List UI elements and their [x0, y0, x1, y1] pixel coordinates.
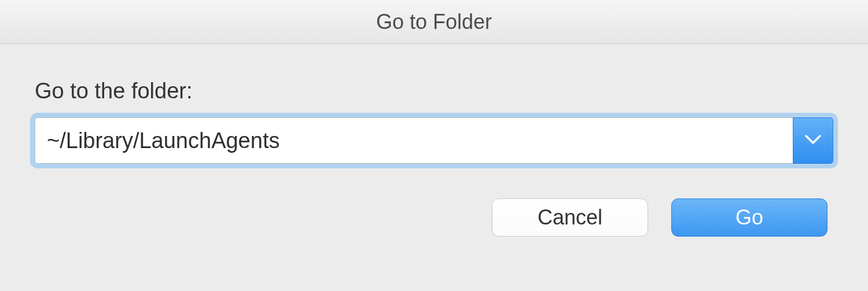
- cancel-button[interactable]: Cancel: [492, 198, 648, 237]
- dialog-titlebar: Go to Folder: [0, 0, 868, 44]
- dialog-title: Go to Folder: [376, 10, 492, 34]
- folder-path-combobox: [35, 117, 833, 164]
- go-button[interactable]: Go: [671, 198, 827, 237]
- dialog-content: Go to the folder: Cancel Go: [0, 44, 868, 291]
- folder-path-input[interactable]: [35, 117, 793, 164]
- go-to-folder-dialog: Go to Folder Go to the folder: Cancel Go: [0, 0, 868, 291]
- folder-path-label: Go to the folder:: [35, 79, 833, 104]
- folder-path-dropdown-button[interactable]: [793, 117, 833, 164]
- dialog-button-row: Cancel Go: [35, 198, 833, 237]
- chevron-down-icon: [805, 134, 821, 147]
